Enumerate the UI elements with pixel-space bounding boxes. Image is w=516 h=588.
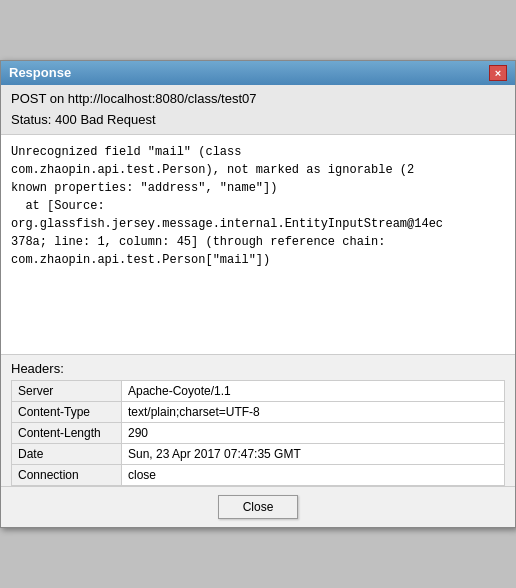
request-url: POST on http://localhost:8080/class/test…	[11, 89, 505, 110]
table-row: Connectionclose	[12, 465, 505, 486]
footer: Close	[1, 486, 515, 527]
table-row: Content-Length290	[12, 423, 505, 444]
header-key: Connection	[12, 465, 122, 486]
header-key: Server	[12, 381, 122, 402]
response-body: Unrecognized field "mail" (class com.zha…	[1, 135, 515, 355]
window-close-button[interactable]: ×	[489, 65, 507, 81]
headers-table: ServerApache-Coyote/1.1Content-Typetext/…	[11, 380, 505, 486]
header-value: close	[122, 465, 505, 486]
table-row: Content-Typetext/plain;charset=UTF-8	[12, 402, 505, 423]
response-window: Response × POST on http://localhost:8080…	[0, 60, 516, 529]
header-key: Content-Length	[12, 423, 122, 444]
header-value: Sun, 23 Apr 2017 07:47:35 GMT	[122, 444, 505, 465]
close-button[interactable]: Close	[218, 495, 299, 519]
header-key: Date	[12, 444, 122, 465]
close-icon: ×	[495, 67, 501, 79]
table-row: DateSun, 23 Apr 2017 07:47:35 GMT	[12, 444, 505, 465]
status-text: Status: 400 Bad Request	[11, 110, 505, 131]
header-key: Content-Type	[12, 402, 122, 423]
window-title: Response	[9, 65, 71, 80]
header-value: 290	[122, 423, 505, 444]
headers-label: Headers:	[11, 361, 505, 376]
info-bar: POST on http://localhost:8080/class/test…	[1, 85, 515, 136]
title-bar: Response ×	[1, 61, 515, 85]
header-value: Apache-Coyote/1.1	[122, 381, 505, 402]
table-row: ServerApache-Coyote/1.1	[12, 381, 505, 402]
header-value: text/plain;charset=UTF-8	[122, 402, 505, 423]
headers-section: Headers: ServerApache-Coyote/1.1Content-…	[1, 355, 515, 486]
